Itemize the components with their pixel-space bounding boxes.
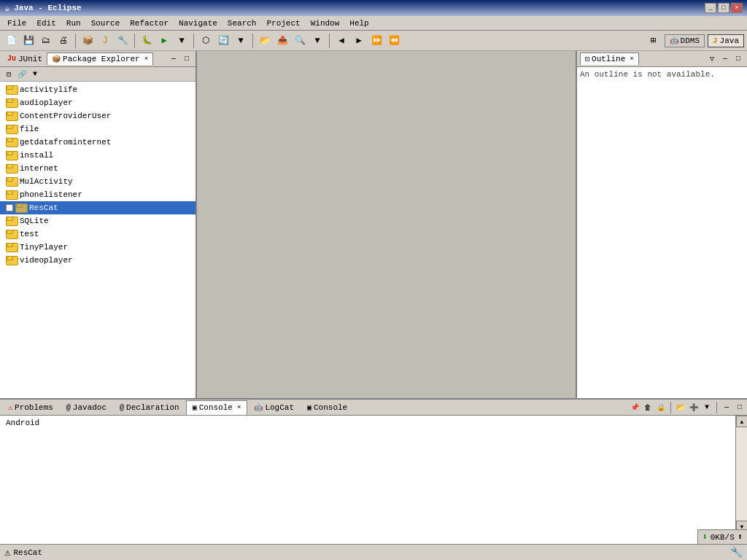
window-title: Java - Eclipse xyxy=(14,4,81,12)
menu-search[interactable]: Search xyxy=(223,18,261,29)
tree-item-tinyplayer[interactable]: TinyPlayer xyxy=(0,241,196,254)
outline-label: Outline xyxy=(592,55,625,63)
tab-problems[interactable]: ⚠ Problems xyxy=(1,400,60,415)
toolbar-sep-2 xyxy=(134,34,135,48)
tool4[interactable]: ⬡ xyxy=(198,33,214,49)
minimize-button[interactable]: _ xyxy=(705,3,716,13)
tool1[interactable]: 📦 xyxy=(80,33,96,49)
tab-console[interactable]: ▣ Console × xyxy=(186,400,248,415)
status-icon-left: ⚠ xyxy=(4,546,10,559)
tool6[interactable]: ▼ xyxy=(233,33,249,49)
tool5[interactable]: 🔄 xyxy=(215,33,231,49)
menu-help[interactable]: Help xyxy=(345,18,373,29)
nav-prev[interactable]: ◀ xyxy=(333,33,349,49)
nav-back[interactable]: ⏪ xyxy=(386,33,402,49)
menu-run[interactable]: Run xyxy=(62,18,85,29)
tab-junit[interactable]: Ju JUnit xyxy=(3,53,47,65)
tab-declaration[interactable]: @ Declaration xyxy=(113,400,186,415)
print-button[interactable]: 🖨 xyxy=(55,33,71,49)
debug-button[interactable]: 🐛 xyxy=(139,33,155,49)
link-editor-button[interactable]: 🔗 xyxy=(16,69,28,80)
perspective-toggle[interactable]: ⊞ xyxy=(646,33,662,49)
tree-item-audioplayer[interactable]: audioplayer xyxy=(0,96,196,109)
tool3[interactable]: 🔧 xyxy=(115,33,131,49)
menu-project[interactable]: Project xyxy=(262,18,304,29)
item-label-test: test xyxy=(20,230,39,238)
item-label-contentprovideruser: ContentProviderUser xyxy=(20,112,111,120)
tree-item-phonelistener[interactable]: phonelistener xyxy=(0,188,196,201)
tool7[interactable]: 📤 xyxy=(274,33,290,49)
tool9[interactable]: ▼ xyxy=(309,33,325,49)
tree-item-activitylife[interactable]: activitylife xyxy=(0,83,196,96)
run-button[interactable]: ▶ xyxy=(156,33,172,49)
status-icon-right: 🔧 xyxy=(730,546,743,559)
outline-maximize-button[interactable]: □ xyxy=(732,53,744,65)
tab-console2[interactable]: ▣ Console xyxy=(301,400,354,415)
menu-edit[interactable]: Edit xyxy=(32,18,60,29)
maximize-panel[interactable]: □ xyxy=(181,53,193,65)
menu-window[interactable]: Window xyxy=(306,18,344,29)
console2-icon: ▣ xyxy=(307,403,311,412)
java-perspective[interactable]: J Java xyxy=(708,34,744,47)
view-menu-button[interactable]: ▼ xyxy=(29,69,41,80)
open-console-button[interactable]: 📂 xyxy=(675,402,686,413)
scroll-track[interactable] xyxy=(736,427,747,521)
tree-item-test[interactable]: test xyxy=(0,228,196,241)
outline-close[interactable]: × xyxy=(630,55,633,63)
new-console-button[interactable]: ➕ xyxy=(688,402,700,413)
console-close[interactable]: × xyxy=(237,404,241,411)
package-close[interactable]: × xyxy=(144,55,148,63)
outline-minimize-button[interactable]: — xyxy=(719,53,731,65)
scroll-lock-button[interactable]: 🔒 xyxy=(655,402,667,413)
tree-item-videoplayer[interactable]: videoplayer xyxy=(0,254,196,267)
run-dropdown[interactable]: ▼ xyxy=(174,33,190,49)
clear-console-button[interactable]: 🗑 xyxy=(642,402,654,413)
menu-navigate[interactable]: Navigate xyxy=(174,18,222,29)
collapse-all-button[interactable]: ⊟ xyxy=(3,69,15,80)
tree-item-rescat[interactable]: + ResCat xyxy=(0,201,196,214)
expand-icon-rescat[interactable]: + xyxy=(6,204,13,211)
outline-message: An outline is not available. xyxy=(580,70,715,79)
outline-collapse-button[interactable]: ▽ xyxy=(706,53,718,65)
scroll-up-button[interactable]: ▲ xyxy=(736,416,747,427)
pin-console-button[interactable]: 📌 xyxy=(629,402,640,413)
tab-logcat[interactable]: 🤖 LogCat xyxy=(247,400,301,415)
save-all-button[interactable]: 🗂 xyxy=(38,33,54,49)
tree-item-mulactivity[interactable]: MulActivity xyxy=(0,175,196,188)
console-view-menu[interactable]: ▼ xyxy=(701,402,713,413)
nav-forward[interactable]: ⏩ xyxy=(368,33,384,49)
left-panel: Ju JUnit 📦 Package Explorer × — □ ⊟ 🔗 ▼ … xyxy=(0,51,197,398)
nav-next[interactable]: ▶ xyxy=(351,33,367,49)
tab-package-explorer[interactable]: 📦 Package Explorer × xyxy=(47,52,153,65)
ddms-perspective[interactable]: 🤖 DDMS xyxy=(665,34,705,47)
package-explorer-toolbar: ⊟ 🔗 ▼ xyxy=(0,67,196,82)
folder-icon-audioplayer xyxy=(6,98,18,108)
tab-outline[interactable]: ⊡ Outline × xyxy=(580,52,639,65)
console-scrollbar[interactable]: ▲ ▼ xyxy=(735,416,747,532)
tree-item-sqlite[interactable]: SQLite xyxy=(0,214,196,228)
menu-file[interactable]: File xyxy=(3,18,31,29)
new-button[interactable]: 📄 xyxy=(3,33,19,49)
maximize-button[interactable]: □ xyxy=(718,3,729,13)
tool8[interactable]: 🔍 xyxy=(292,33,308,49)
minimize-bottom-button[interactable]: — xyxy=(721,402,732,413)
maximize-bottom-button[interactable]: □ xyxy=(734,402,746,413)
tree-item-contentprovideruser[interactable]: ContentProviderUser xyxy=(0,109,196,122)
tree-item-install[interactable]: install xyxy=(0,149,196,162)
tab-javadoc[interactable]: @ Javadoc xyxy=(60,400,113,415)
open-button[interactable]: 📂 xyxy=(257,33,273,49)
folder-icon-videoplayer xyxy=(6,255,18,265)
menu-refactor[interactable]: Refactor xyxy=(125,18,173,29)
save-button[interactable]: 💾 xyxy=(20,33,36,49)
package-tree[interactable]: activitylife audioplayer ContentProvider… xyxy=(0,82,196,398)
tree-item-file[interactable]: file xyxy=(0,122,196,136)
minimize-panel[interactable]: — xyxy=(168,53,179,65)
menu-bar: File Edit Run Source Refactor Navigate S… xyxy=(0,16,747,31)
tree-item-internet[interactable]: internet xyxy=(0,162,196,175)
item-label-activitylife: activitylife xyxy=(20,85,77,94)
menu-source[interactable]: Source xyxy=(87,18,125,29)
tree-item-getdatafrominternet[interactable]: getdatafrominternet xyxy=(0,136,196,149)
tool2[interactable]: J xyxy=(97,33,113,49)
speed-display: 0KB/S xyxy=(711,533,735,542)
close-button[interactable]: × xyxy=(731,3,743,13)
